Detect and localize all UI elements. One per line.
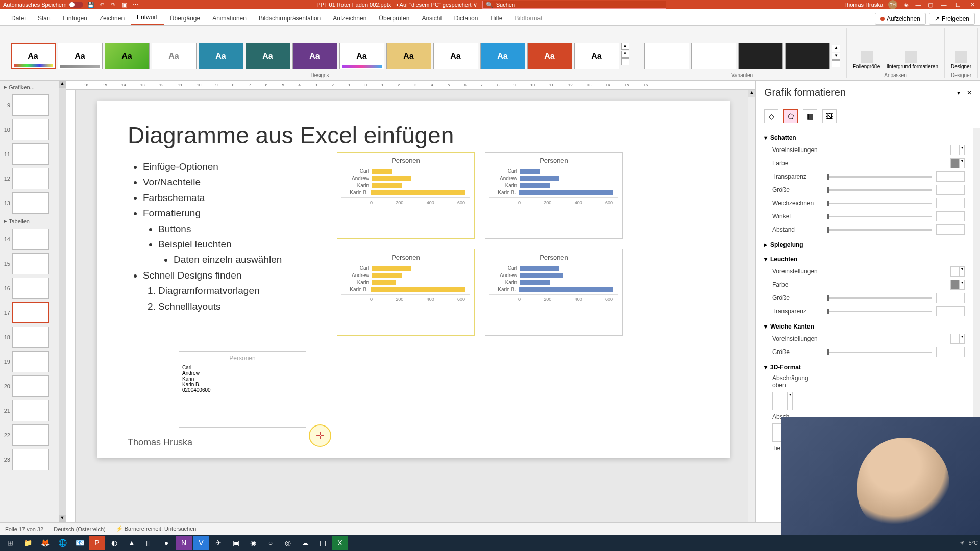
design-thumb[interactable]: Aa [433, 43, 478, 69]
moving-chart-ghost[interactable]: PersonenCarlAndrewKarinKarin B.020040060… [179, 351, 306, 428]
embedded-chart[interactable]: PersonenCarlAndrewKarinKarin B.020040060… [485, 249, 623, 336]
design-thumb[interactable]: Aa [199, 43, 243, 69]
glow-size-slider[interactable] [827, 297, 932, 299]
design-thumb[interactable]: Aa [246, 43, 290, 69]
section-spiegelung[interactable]: ▸ Spiegelung [764, 239, 965, 251]
autosave-toggle[interactable]: Automatisches Speichern [3, 2, 83, 8]
slide-thumbnail[interactable] [12, 449, 49, 470]
size-props-tab-icon[interactable]: ▦ [803, 109, 817, 123]
slide-text-content[interactable]: Einfüge-Optionen Vor/Nachteile Farbschem… [128, 159, 311, 314]
telegram-icon[interactable]: ✈ [210, 536, 227, 550]
embedded-chart[interactable]: PersonenCarlAndrewKarinKarin B.020040060… [337, 152, 475, 239]
powerpoint-icon[interactable]: P [89, 536, 105, 550]
slide-thumbnail-active[interactable] [12, 302, 49, 323]
color-combo[interactable]: ▾ [950, 158, 965, 168]
slide-thumbnail[interactable] [12, 94, 49, 116]
freigeben-button[interactable]: ↗Freigeben [929, 13, 975, 25]
app-icon[interactable]: ◉ [245, 536, 261, 550]
tab-dictation[interactable]: Dictation [448, 12, 484, 25]
app-icon[interactable]: ☁ [297, 536, 313, 550]
slide-thumbnail[interactable] [12, 253, 49, 274]
start-button-icon[interactable]: ⊞ [2, 536, 18, 550]
distance-slider[interactable] [827, 229, 932, 231]
section-header-grafiken[interactable]: ▸ Grafiken... [2, 83, 64, 91]
aufzeichnen-button[interactable]: Aufzeichnen [875, 13, 926, 25]
chrome-icon[interactable]: 🌐 [54, 536, 70, 550]
design-thumb[interactable]: Aa [292, 43, 337, 69]
transparency-input[interactable] [936, 171, 965, 182]
gallery-scroll[interactable]: ▲▼⋯ [621, 43, 629, 65]
start-from-beginning-icon[interactable]: ▣ [121, 1, 128, 8]
tab-einfuegen[interactable]: Einfügen [57, 12, 93, 25]
tab-ueberpruefen[interactable]: Überprüfen [373, 12, 415, 25]
hintergrund-button[interactable]: Hintergrund formatieren [882, 48, 940, 71]
design-thumb[interactable]: Aa [58, 43, 103, 69]
explorer-icon[interactable]: 📁 [19, 536, 36, 550]
section-weiche-kanten[interactable]: ▾ Weiche Kanten [764, 321, 965, 332]
slide-thumbnail[interactable] [12, 351, 49, 372]
tab-bildformat[interactable]: Bildformat [508, 12, 548, 25]
tab-start[interactable]: Start [32, 12, 57, 25]
slide-thumbnail[interactable] [12, 278, 49, 299]
slide-thumbnail[interactable] [12, 424, 49, 446]
redo-icon[interactable]: ↷ [110, 1, 117, 8]
slide-thumbnail[interactable] [12, 192, 49, 214]
outlook-icon[interactable]: 📧 [71, 536, 88, 550]
maximize-icon[interactable]: ☐ [953, 1, 963, 8]
accessibility-check[interactable]: ⚡ Barrierefreiheit: Untersuchen [116, 525, 197, 532]
firefox-icon[interactable]: 🦊 [37, 536, 53, 550]
foliengroesse-button[interactable]: Foliengröße [851, 48, 882, 71]
save-state[interactable]: • Auf "diesem PC" gespeichert ∨ [396, 2, 477, 8]
design-thumb[interactable]: Aa [152, 43, 197, 69]
softedge-size-slider[interactable] [827, 352, 932, 353]
tab-zeichnen[interactable]: Zeichnen [93, 12, 131, 25]
app-icon[interactable]: ○ [262, 536, 279, 550]
pane-close-icon[interactable]: ✕ [967, 89, 972, 96]
qat-more-icon[interactable]: ⋯ [132, 1, 139, 8]
blur-slider[interactable] [827, 203, 932, 204]
softedge-presets-combo[interactable]: ▾ [950, 334, 965, 344]
thumbnail-scrollbar[interactable]: ▲▼ [59, 81, 66, 522]
design-thumb[interactable]: Aa [574, 43, 619, 69]
glow-transparency-slider[interactable] [827, 311, 932, 312]
glow-transparency-input[interactable] [936, 306, 965, 316]
tab-aufzeichnen[interactable]: Aufzeichnen [327, 12, 373, 25]
search-box[interactable]: 🔍 Suchen [482, 1, 666, 9]
coming-soon-icon[interactable]: ◈ [902, 1, 910, 8]
design-thumb[interactable]: Aa [527, 43, 572, 69]
app-icon[interactable]: ● [158, 536, 175, 550]
presets-combo[interactable]: ▾ [950, 145, 965, 155]
slide-thumbnail[interactable] [12, 375, 49, 397]
language-indicator[interactable]: Deutsch (Österreich) [54, 526, 105, 532]
design-thumb[interactable]: Aa [386, 43, 431, 69]
distance-input[interactable] [936, 224, 965, 235]
app-icon[interactable]: ◐ [106, 536, 122, 550]
size-slider[interactable] [827, 189, 932, 191]
tab-animationen[interactable]: Animationen [206, 12, 253, 25]
fill-line-tab-icon[interactable]: ◇ [764, 109, 778, 123]
variant-thumb[interactable] [785, 43, 830, 69]
section-schatten[interactable]: ▾ Schatten [764, 132, 965, 143]
section-leuchten[interactable]: ▾ Leuchten [764, 254, 965, 265]
ribbon-display-icon[interactable]: — [915, 1, 922, 8]
tab-bildschirm[interactable]: Bildschirmpräsentation [253, 12, 327, 25]
design-thumb[interactable]: Aa [480, 43, 525, 69]
system-tray[interactable]: ☀ 5°C [960, 540, 978, 546]
vlc-icon[interactable]: ▲ [124, 536, 140, 550]
design-thumb[interactable]: Aa [339, 43, 384, 69]
pane-dropdown-icon[interactable]: ▾ [957, 89, 960, 96]
section-3d-format[interactable]: ▾ 3D-Format [764, 362, 965, 373]
section-header-tabellen[interactable]: ▸ Tabellen [2, 217, 64, 226]
onenote-icon[interactable]: N [176, 536, 192, 550]
variant-thumb[interactable] [738, 43, 783, 69]
effects-tab-icon[interactable]: ⬠ [783, 109, 798, 123]
weather-icon[interactable]: ☀ [960, 540, 965, 546]
slide-thumbnail[interactable] [12, 119, 49, 140]
design-thumb[interactable]: Aa [11, 43, 56, 69]
tab-ansicht[interactable]: Ansicht [415, 12, 448, 25]
embedded-chart[interactable]: PersonenCarlAndrewKarinKarin B.020040060… [485, 152, 623, 239]
minimize-icon[interactable]: — [939, 1, 948, 8]
glow-color-combo[interactable]: ▾ [950, 280, 965, 290]
toggle-switch-icon[interactable] [69, 2, 83, 8]
tab-datei[interactable]: Datei [5, 12, 32, 25]
